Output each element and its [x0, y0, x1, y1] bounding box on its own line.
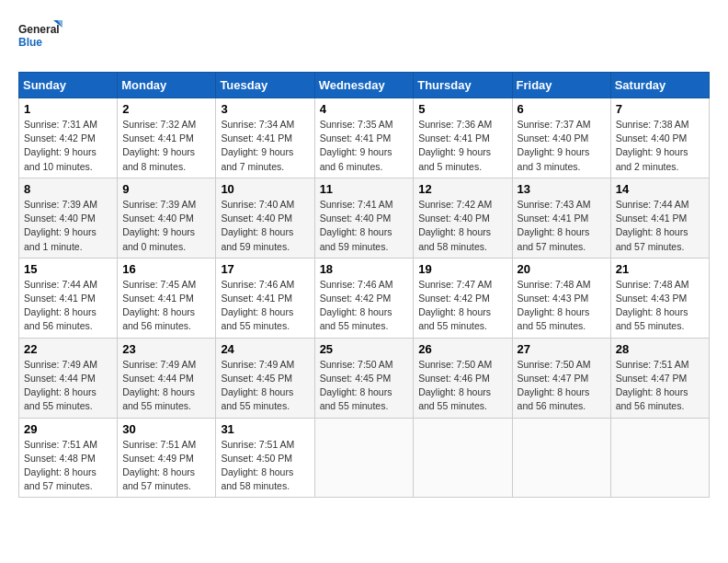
col-header-sunday: Sunday: [19, 73, 118, 98]
day-info: Sunrise: 7:43 AMSunset: 4:41 PMDaylight:…: [518, 198, 606, 254]
day-cell: 11Sunrise: 7:41 AMSunset: 4:40 PMDayligh…: [314, 178, 414, 258]
day-info: Sunrise: 7:36 AMSunset: 4:41 PMDaylight:…: [418, 118, 506, 174]
day-number: 10: [221, 182, 309, 196]
day-info: Sunrise: 7:48 AMSunset: 4:43 PMDaylight:…: [518, 278, 606, 334]
day-info: Sunrise: 7:50 AMSunset: 4:45 PMDaylight:…: [320, 358, 409, 414]
day-cell: 3Sunrise: 7:34 AMSunset: 4:41 PMDaylight…: [216, 98, 314, 178]
day-cell: 17Sunrise: 7:46 AMSunset: 4:41 PMDayligh…: [216, 258, 314, 338]
day-cell: 31Sunrise: 7:51 AMSunset: 4:50 PMDayligh…: [216, 418, 314, 498]
svg-text:General: General: [18, 23, 60, 36]
day-cell: 22Sunrise: 7:49 AMSunset: 4:44 PMDayligh…: [19, 338, 118, 418]
day-cell: 6Sunrise: 7:37 AMSunset: 4:40 PMDaylight…: [512, 98, 610, 178]
week-row-4: 22Sunrise: 7:49 AMSunset: 4:44 PMDayligh…: [19, 338, 710, 418]
day-number: 23: [122, 342, 210, 356]
day-cell: 7Sunrise: 7:38 AMSunset: 4:40 PMDaylight…: [610, 98, 709, 178]
day-info: Sunrise: 7:46 AMSunset: 4:42 PMDaylight:…: [320, 278, 409, 334]
day-number: 27: [518, 342, 606, 356]
calendar-table: SundayMondayTuesdayWednesdayThursdayFrid…: [18, 72, 710, 498]
day-number: 8: [24, 182, 112, 196]
day-cell: 5Sunrise: 7:36 AMSunset: 4:41 PMDaylight…: [414, 98, 512, 178]
day-cell: 1Sunrise: 7:31 AMSunset: 4:42 PMDaylight…: [19, 98, 118, 178]
logo-svg: General Blue: [18, 18, 64, 57]
day-info: Sunrise: 7:50 AMSunset: 4:46 PMDaylight:…: [418, 358, 506, 414]
day-cell: 30Sunrise: 7:51 AMSunset: 4:49 PMDayligh…: [118, 418, 216, 498]
day-info: Sunrise: 7:51 AMSunset: 4:48 PMDaylight:…: [24, 438, 112, 494]
day-cell: 15Sunrise: 7:44 AMSunset: 4:41 PMDayligh…: [19, 258, 118, 338]
day-number: 6: [518, 102, 606, 116]
col-header-tuesday: Tuesday: [216, 73, 314, 98]
day-number: 22: [24, 342, 112, 356]
day-number: 7: [616, 102, 704, 116]
day-number: 2: [122, 102, 210, 116]
svg-text:Blue: Blue: [18, 36, 42, 49]
week-row-1: 1Sunrise: 7:31 AMSunset: 4:42 PMDaylight…: [19, 98, 710, 178]
day-info: Sunrise: 7:50 AMSunset: 4:47 PMDaylight:…: [518, 358, 606, 414]
day-number: 5: [418, 102, 506, 116]
day-info: Sunrise: 7:34 AMSunset: 4:41 PMDaylight:…: [221, 118, 309, 174]
day-number: 1: [24, 102, 112, 116]
day-cell: 24Sunrise: 7:49 AMSunset: 4:45 PMDayligh…: [216, 338, 314, 418]
day-info: Sunrise: 7:48 AMSunset: 4:43 PMDaylight:…: [616, 278, 704, 334]
day-cell: [314, 418, 414, 498]
day-number: 16: [122, 262, 210, 276]
page-header: General Blue: [18, 18, 710, 57]
col-header-thursday: Thursday: [414, 73, 512, 98]
day-cell: 8Sunrise: 7:39 AMSunset: 4:40 PMDaylight…: [19, 178, 118, 258]
day-info: Sunrise: 7:40 AMSunset: 4:40 PMDaylight:…: [221, 198, 309, 254]
day-number: 11: [320, 182, 409, 196]
day-info: Sunrise: 7:49 AMSunset: 4:45 PMDaylight:…: [221, 358, 309, 414]
day-cell: 26Sunrise: 7:50 AMSunset: 4:46 PMDayligh…: [414, 338, 512, 418]
day-number: 19: [418, 262, 506, 276]
day-cell: 2Sunrise: 7:32 AMSunset: 4:41 PMDaylight…: [118, 98, 216, 178]
day-cell: 29Sunrise: 7:51 AMSunset: 4:48 PMDayligh…: [19, 418, 118, 498]
day-info: Sunrise: 7:31 AMSunset: 4:42 PMDaylight:…: [24, 118, 112, 174]
day-info: Sunrise: 7:39 AMSunset: 4:40 PMDaylight:…: [122, 198, 210, 254]
day-cell: 20Sunrise: 7:48 AMSunset: 4:43 PMDayligh…: [512, 258, 610, 338]
week-row-5: 29Sunrise: 7:51 AMSunset: 4:48 PMDayligh…: [19, 418, 710, 498]
day-number: 15: [24, 262, 112, 276]
day-cell: 4Sunrise: 7:35 AMSunset: 4:41 PMDaylight…: [314, 98, 414, 178]
col-header-saturday: Saturday: [610, 73, 709, 98]
day-cell: 9Sunrise: 7:39 AMSunset: 4:40 PMDaylight…: [118, 178, 216, 258]
week-row-2: 8Sunrise: 7:39 AMSunset: 4:40 PMDaylight…: [19, 178, 710, 258]
day-cell: 18Sunrise: 7:46 AMSunset: 4:42 PMDayligh…: [314, 258, 414, 338]
day-cell: [512, 418, 610, 498]
day-number: 21: [616, 262, 704, 276]
week-row-3: 15Sunrise: 7:44 AMSunset: 4:41 PMDayligh…: [19, 258, 710, 338]
day-info: Sunrise: 7:35 AMSunset: 4:41 PMDaylight:…: [320, 118, 409, 174]
day-number: 25: [320, 342, 409, 356]
day-info: Sunrise: 7:37 AMSunset: 4:40 PMDaylight:…: [518, 118, 606, 174]
day-info: Sunrise: 7:45 AMSunset: 4:41 PMDaylight:…: [122, 278, 210, 334]
day-cell: [610, 418, 709, 498]
day-cell: 21Sunrise: 7:48 AMSunset: 4:43 PMDayligh…: [610, 258, 709, 338]
day-info: Sunrise: 7:44 AMSunset: 4:41 PMDaylight:…: [24, 278, 112, 334]
day-cell: 25Sunrise: 7:50 AMSunset: 4:45 PMDayligh…: [314, 338, 414, 418]
day-info: Sunrise: 7:51 AMSunset: 4:50 PMDaylight:…: [221, 438, 309, 494]
logo: General Blue: [18, 18, 64, 57]
day-info: Sunrise: 7:44 AMSunset: 4:41 PMDaylight:…: [616, 198, 704, 254]
day-number: 14: [616, 182, 704, 196]
day-info: Sunrise: 7:42 AMSunset: 4:40 PMDaylight:…: [418, 198, 506, 254]
col-header-wednesday: Wednesday: [314, 73, 414, 98]
day-info: Sunrise: 7:51 AMSunset: 4:47 PMDaylight:…: [616, 358, 704, 414]
day-number: 26: [418, 342, 506, 356]
col-header-friday: Friday: [512, 73, 610, 98]
day-info: Sunrise: 7:39 AMSunset: 4:40 PMDaylight:…: [24, 198, 112, 254]
day-number: 9: [122, 182, 210, 196]
day-number: 12: [418, 182, 506, 196]
day-cell: 27Sunrise: 7:50 AMSunset: 4:47 PMDayligh…: [512, 338, 610, 418]
day-info: Sunrise: 7:46 AMSunset: 4:41 PMDaylight:…: [221, 278, 309, 334]
day-number: 4: [320, 102, 409, 116]
day-info: Sunrise: 7:49 AMSunset: 4:44 PMDaylight:…: [122, 358, 210, 414]
day-cell: 28Sunrise: 7:51 AMSunset: 4:47 PMDayligh…: [610, 338, 709, 418]
day-cell: 13Sunrise: 7:43 AMSunset: 4:41 PMDayligh…: [512, 178, 610, 258]
day-cell: [414, 418, 512, 498]
day-cell: 10Sunrise: 7:40 AMSunset: 4:40 PMDayligh…: [216, 178, 314, 258]
day-info: Sunrise: 7:41 AMSunset: 4:40 PMDaylight:…: [320, 198, 409, 254]
day-info: Sunrise: 7:32 AMSunset: 4:41 PMDaylight:…: [122, 118, 210, 174]
day-info: Sunrise: 7:49 AMSunset: 4:44 PMDaylight:…: [24, 358, 112, 414]
day-number: 17: [221, 262, 309, 276]
calendar-header-row: SundayMondayTuesdayWednesdayThursdayFrid…: [19, 73, 710, 98]
day-info: Sunrise: 7:51 AMSunset: 4:49 PMDaylight:…: [122, 438, 210, 494]
day-number: 30: [122, 422, 210, 436]
